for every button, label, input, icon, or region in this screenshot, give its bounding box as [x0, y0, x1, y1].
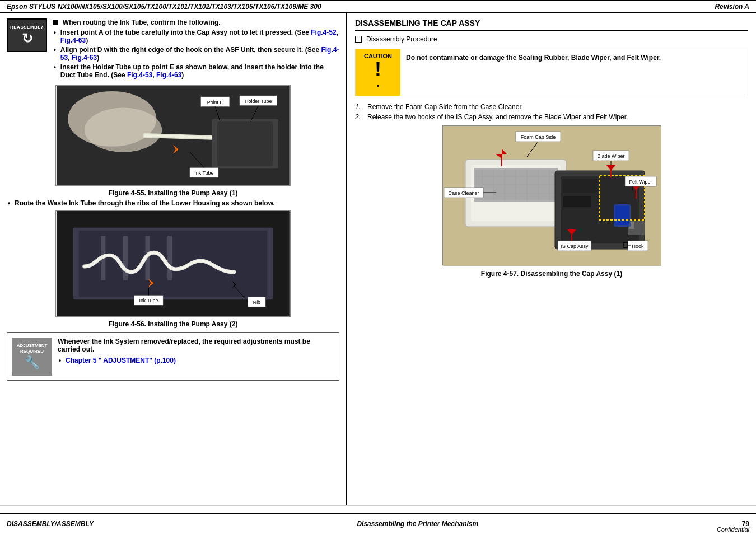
- svg-text:Case Cleaner: Case Cleaner: [448, 190, 479, 196]
- caution-dot-icon: ·: [376, 79, 380, 92]
- left-panel: REASSEMBLY ↺ When routing the Ink Tube, …: [0, 13, 347, 505]
- fig453-link-2[interactable]: Fig.4-53: [127, 71, 152, 79]
- section-title: DISASSEMBLING THE CAP ASSY: [355, 18, 748, 31]
- caution-text: Do not contaminate or damage the Sealing…: [400, 49, 748, 96]
- fig57-diagram: Foam Cap Side Case Cleaner Blade Wiper F…: [442, 125, 661, 265]
- reassembly-section: REASSEMBLY ↺ When routing the Ink Tube, …: [7, 18, 339, 81]
- fig452-link[interactable]: Fig.4-52: [311, 29, 336, 36]
- step-2-text: Release the two hooks of the IS Cap Assy…: [367, 113, 628, 121]
- header-title: Epson STYLUS NX100/NX105/SX100/SX105/TX1…: [7, 3, 321, 11]
- header-revision: Revision A: [715, 3, 749, 11]
- adjustment-link-item: Chapter 5 " ADJUSTMENT" (p.100): [58, 357, 334, 364]
- step-1-text: Remove the Foam Cap Side from the Case C…: [367, 103, 523, 111]
- procedure-row: Disassembly Procedure: [355, 35, 748, 43]
- footer-left: DISASSEMBLY/ASSEMBLY: [7, 520, 94, 528]
- svg-text:Foam Cap Side: Foam Cap Side: [521, 134, 556, 140]
- bullet-1: Insert point A of the tube carefully int…: [53, 29, 339, 44]
- adjustment-badge: ADJUSTMENT REQUIRED 🔧: [12, 338, 52, 376]
- adjustment-label-2: REQUIRED: [20, 349, 44, 354]
- footer-center: Disassembling the Printer Mechanism: [357, 520, 478, 528]
- svg-text:Rib: Rib: [253, 299, 260, 305]
- fig55-caption: Figure 4-55. Installing the Pump Assy (1…: [7, 189, 339, 197]
- svg-point-2: [85, 108, 162, 152]
- fig463-link-1[interactable]: Fig.4-63: [60, 36, 86, 44]
- svg-rect-6: [217, 121, 273, 166]
- fig56-diagram: Ink Tube Rib: [55, 210, 291, 317]
- svg-rect-50: [563, 196, 591, 207]
- square-bullet-icon: [53, 20, 58, 25]
- svg-text:Felt Wiper: Felt Wiper: [629, 179, 652, 185]
- fig463-link-2[interactable]: Fig.4-63: [72, 54, 97, 62]
- procedure-label: Disassembly Procedure: [366, 35, 437, 43]
- svg-text:IS Cap Assy: IS Cap Assy: [561, 243, 589, 249]
- svg-text:Blade Wiper: Blade Wiper: [597, 153, 624, 159]
- svg-text:Point E: Point E: [207, 100, 223, 105]
- steps-list: 1. Remove the Foam Cap Side from the Cas…: [355, 103, 748, 121]
- chapter5-link[interactable]: Chapter 5 " ADJUSTMENT" (p.100): [66, 357, 176, 364]
- main-instruction-text: When routing the Ink Tube, confirm the f…: [63, 18, 221, 26]
- svg-text:Hook: Hook: [632, 243, 644, 249]
- caution-badge: CAUTION ! ·: [356, 49, 400, 96]
- step-1: 1. Remove the Foam Cap Side from the Cas…: [355, 103, 748, 111]
- fig55-diagram: Point E Holder Tube Ink Tube: [55, 85, 291, 186]
- footer-confidential: Confidential: [717, 526, 749, 533]
- svg-rect-23: [167, 236, 172, 280]
- fig463-link-3[interactable]: Fig.4-63: [156, 71, 181, 79]
- step-2: 2. Release the two hooks of the IS Cap A…: [355, 113, 748, 121]
- adjustment-label-1: ADJUSTMENT: [17, 343, 48, 349]
- svg-rect-49: [563, 179, 597, 193]
- right-panel: DISASSEMBLING THE CAP ASSY Disassembly P…: [347, 13, 756, 505]
- page-header: Epson STYLUS NX100/NX105/SX100/SX105/TX1…: [0, 0, 756, 13]
- fig453-link-1[interactable]: Fig.4-53: [60, 46, 339, 62]
- svg-text:Ink Tube: Ink Tube: [194, 170, 213, 176]
- page-footer: DISASSEMBLY/ASSEMBLY Disassembling the P…: [0, 513, 756, 534]
- caution-box: CAUTION ! · Do not contaminate or damage…: [355, 49, 748, 96]
- adjustment-content: Whenever the Ink System removed/replaced…: [58, 338, 334, 366]
- fig57-caption: Figure 4-57. Disassembling the Cap Assy …: [355, 270, 748, 278]
- svg-text:Holder Tube: Holder Tube: [245, 99, 272, 104]
- adjustment-text: Whenever the Ink System removed/replaced…: [58, 338, 334, 353]
- adjustment-section: ADJUSTMENT REQUIRED 🔧 Whenever the Ink S…: [7, 332, 339, 381]
- reassembly-content: When routing the Ink Tube, confirm the f…: [53, 18, 339, 81]
- svg-rect-19: [79, 231, 267, 297]
- svg-text:Ink Tube: Ink Tube: [139, 298, 158, 303]
- fig56-caption: Figure 4-56. Installing the Pump Assy (2…: [7, 320, 339, 328]
- main-instruction: When routing the Ink Tube, confirm the f…: [53, 18, 339, 26]
- main-content: REASSEMBLY ↺ When routing the Ink Tube, …: [0, 13, 756, 506]
- fig56-svg: Ink Tube Rib: [56, 211, 290, 316]
- caution-message: Do not contaminate or damage the Sealing…: [406, 54, 661, 62]
- reassembly-icon: ↺: [21, 31, 33, 46]
- route-instruction: Route the Waste Ink Tube through the rib…: [7, 199, 339, 207]
- wrench-icon: 🔧: [25, 355, 40, 370]
- caution-exclamation-icon: !: [375, 59, 381, 79]
- procedure-checkbox[interactable]: [355, 36, 362, 43]
- reassembly-label: REASSEMBLY: [10, 25, 44, 30]
- reassembly-badge: REASSEMBLY ↺: [7, 18, 47, 52]
- svg-rect-54: [615, 206, 629, 225]
- bullet-3: Insert the Holder Tube up to point E as …: [53, 63, 339, 79]
- instruction-list: Insert point A of the tube carefully int…: [53, 29, 339, 79]
- bullet-2: Align point D with the right edge of the…: [53, 46, 339, 62]
- fig55-svg: Point E Holder Tube Ink Tube: [56, 86, 290, 185]
- route-instruction-list: Route the Waste Ink Tube through the rib…: [7, 199, 339, 207]
- fig57-svg: Foam Cap Side Case Cleaner Blade Wiper F…: [443, 126, 661, 266]
- adjustment-links: Chapter 5 " ADJUSTMENT" (p.100): [58, 357, 334, 364]
- svg-rect-21: [123, 236, 128, 280]
